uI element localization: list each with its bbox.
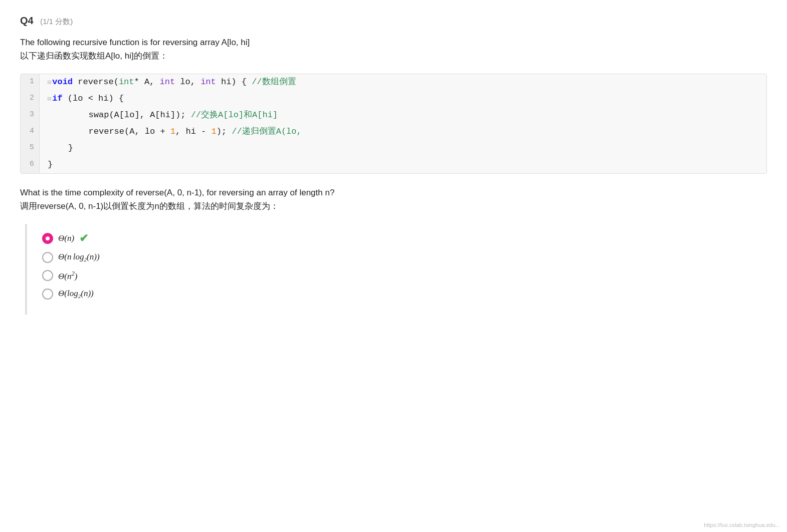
line-content-2: ⊟if (lo < hi) { [40, 91, 766, 107]
comment-3: //交换A[lo]和A[hi] [191, 110, 278, 120]
watermark: https://luo.cslab.tsinghua.edu... [704, 522, 780, 528]
question-header: Q4 (1/1 分数) [20, 15, 767, 27]
kw-if: if [52, 94, 62, 103]
description-en: The following recursive function is for … [20, 36, 767, 49]
line-number-4: 4 [21, 124, 40, 140]
option-2[interactable]: Θ(n log2(n)) [42, 252, 752, 263]
comment-1: //数组倒置 [252, 77, 296, 87]
num-2: 1 [211, 127, 216, 136]
radio-2[interactable] [42, 252, 53, 263]
description-zh: 以下递归函数实现数组A[lo, hi]的倒置： [20, 49, 767, 63]
code-line-3: 3 swap(A[lo], A[hi]); //交换A[lo]和A[hi] [21, 107, 766, 124]
option-3-label: Θ(n2) [58, 270, 78, 282]
radio-3[interactable] [42, 270, 53, 281]
kw-int-2: int [160, 77, 175, 87]
answer-box: Θ(n) ✔ Θ(n log2(n)) Θ(n2) Θ(log2(n)) [25, 224, 767, 315]
code-line-6: 6 } [21, 157, 766, 173]
kw-int-1: int [119, 77, 134, 87]
correct-checkmark: ✔ [79, 232, 88, 245]
question-en: What is the time complexity of reverse(A… [20, 186, 767, 199]
line-content-1: ⊟void reverse(int* A, int lo, int hi) { … [40, 74, 766, 91]
question-zh: 调用reverse(A, 0, n-1)以倒置长度为n的数组，算法的时间复杂度为… [20, 199, 767, 213]
option-3[interactable]: Θ(n2) [42, 270, 752, 282]
kw-void: void [52, 77, 73, 87]
line-content-5: } [40, 140, 766, 157]
code-line-5: 5 } [21, 140, 766, 157]
line-content-3: swap(A[lo], A[hi]); //交换A[lo]和A[hi] [40, 107, 766, 124]
code-line-4: 4 reverse(A, lo + 1, hi - 1); //递归倒置A(lo… [21, 124, 766, 140]
line-content-4: reverse(A, lo + 1, hi - 1); //递归倒置A(lo, [40, 124, 766, 140]
comment-4: //递归倒置A(lo, [232, 127, 301, 136]
question-description: The following recursive function is for … [20, 36, 767, 63]
option-2-label: Θ(n log2(n)) [58, 252, 100, 262]
option-1[interactable]: Θ(n) ✔ [42, 232, 752, 245]
option-1-label: Θ(n) [58, 233, 74, 243]
code-line-1: 1 ⊟void reverse(int* A, int lo, int hi) … [21, 74, 766, 91]
option-4[interactable]: Θ(log2(n)) [42, 289, 752, 300]
line-number-6: 6 [21, 157, 40, 173]
collapse-icon-2: ⊟ [48, 96, 51, 103]
option-4-label: Θ(log2(n)) [58, 289, 94, 299]
line-number-1: 1 [21, 74, 40, 91]
question-number: Q4 [20, 15, 34, 26]
question-text: What is the time complexity of reverse(A… [20, 186, 767, 213]
radio-4[interactable] [42, 289, 53, 300]
question-score: (1/1 分数) [40, 17, 73, 26]
line-number-5: 5 [21, 140, 40, 157]
num-1: 1 [170, 127, 175, 136]
code-block: 1 ⊟void reverse(int* A, int lo, int hi) … [20, 74, 767, 173]
collapse-icon-1: ⊟ [48, 79, 51, 86]
radio-1[interactable] [42, 233, 53, 244]
kw-int-3: int [201, 77, 216, 87]
line-content-6: } [40, 157, 766, 173]
line-number-2: 2 [21, 91, 40, 107]
line-number-3: 3 [21, 107, 40, 124]
code-line-2: 2 ⊟if (lo < hi) { [21, 91, 766, 107]
